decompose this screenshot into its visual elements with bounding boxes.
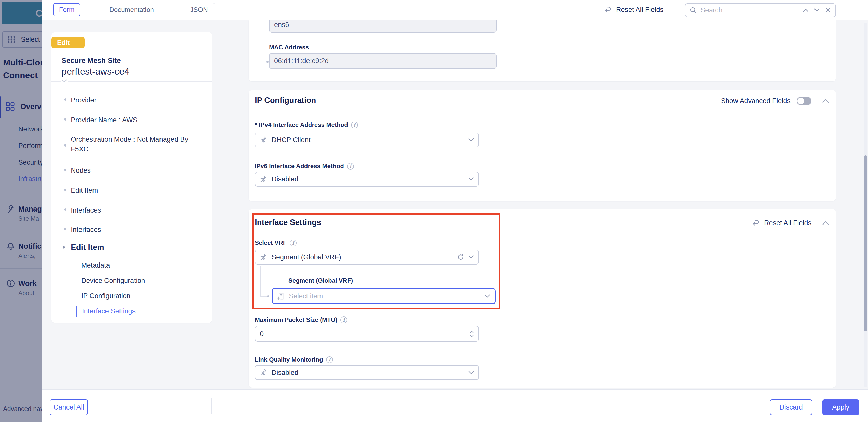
info-icon[interactable]: i: [351, 122, 358, 128]
undo-icon: [752, 219, 760, 227]
step-dot: [64, 98, 66, 101]
collapse-section-chevron-up-icon[interactable]: [822, 99, 829, 103]
interface-name-input[interactable]: ens6: [269, 20, 497, 33]
app-sidebar: C Select Multi-Cloud Connect: [0, 0, 42, 422]
discard-button[interactable]: Discard: [770, 399, 812, 415]
select-vrf-label: Select VRF i: [255, 239, 297, 246]
chevron-down-icon: [485, 294, 490, 298]
reset-all-fields-label: Reset All Fields: [764, 219, 811, 227]
list-add-icon: [277, 292, 285, 300]
search-next-button[interactable]: [813, 6, 820, 14]
link-quality-monitoring-label: Link Quality Monitoring i: [255, 356, 333, 363]
active-substep-indicator: [76, 306, 77, 317]
info-icon[interactable]: i: [326, 356, 333, 363]
info-icon[interactable]: i: [290, 240, 297, 246]
wizard-step-provider[interactable]: Provider: [71, 95, 203, 105]
oneof-branch-icon: [260, 175, 268, 183]
select-vrf-dropdown[interactable]: Segment (Global VRF): [255, 250, 479, 265]
tab-json[interactable]: JSON: [183, 3, 215, 16]
cancel-all-button[interactable]: Cancel All: [50, 399, 88, 415]
reset-all-fields-button[interactable]: Reset All Fields: [604, 6, 663, 14]
step-dot: [64, 228, 66, 230]
modal-backdrop: [0, 0, 42, 422]
ipv6-method-label: IPv6 Interface Address Method i: [255, 162, 354, 170]
wizard-step-orchestration-mode[interactable]: Orchestration Mode : Not Managed By F5XC: [71, 134, 203, 154]
chevron-down-icon: [468, 138, 474, 142]
segment-select[interactable]: Select item: [272, 288, 496, 304]
footer-divider: [211, 398, 212, 414]
mtu-input[interactable]: 0: [255, 326, 479, 342]
mac-address-input[interactable]: 06:d1:11:de:c9:2d: [269, 53, 497, 69]
interface-name-value: ens6: [274, 21, 491, 29]
info-icon[interactable]: i: [340, 316, 347, 323]
reset-all-fields-button[interactable]: Reset All Fields: [752, 219, 811, 227]
wizard-step-provider-name[interactable]: Provider Name : AWS: [71, 115, 203, 125]
interface-settings-card: Interface Settings Reset All Fields Sele…: [249, 209, 836, 388]
search-icon: [689, 6, 697, 14]
chevron-down-icon: [468, 255, 474, 259]
tab-documentation[interactable]: Documentation: [80, 3, 183, 16]
show-advanced-fields-toggle[interactable]: [797, 97, 811, 105]
select-vrf-value: Segment (Global VRF): [272, 253, 453, 261]
search-input[interactable]: [701, 6, 794, 14]
wizard-substep-ip-configuration[interactable]: IP Configuration: [81, 292, 204, 300]
ipv4-method-label: * IPv4 Interface Address Method i: [255, 121, 358, 128]
wizard-divider: [52, 81, 212, 82]
segment-select-placeholder: Select item: [289, 292, 480, 300]
wizard-step-edit-item[interactable]: Edit Item: [71, 185, 203, 195]
current-step-arrow-icon: [63, 245, 65, 249]
form-connector-dot: [267, 61, 269, 63]
refresh-icon[interactable]: [457, 253, 464, 261]
ip-configuration-title: IP Configuration: [255, 96, 316, 105]
mtu-value: 0: [260, 330, 465, 338]
tab-form[interactable]: Form: [53, 3, 80, 16]
step-dot: [64, 208, 66, 211]
undo-icon: [604, 6, 612, 14]
wizard-step-edit-item-current[interactable]: Edit Item: [71, 243, 203, 252]
scrollbar-track[interactable]: [864, 23, 867, 387]
ipv4-method-value: DHCP Client: [272, 136, 464, 144]
scrollbar-thumb[interactable]: [864, 155, 867, 331]
mtu-label: Maximum Packet Size (MTU) i: [255, 316, 347, 323]
search-bar: [685, 3, 836, 17]
interface-settings-title: Interface Settings: [255, 218, 321, 227]
step-dot: [64, 144, 66, 147]
view-tab-group: Form Documentation JSON: [53, 3, 215, 16]
link-quality-monitoring-value: Disabled: [272, 369, 464, 376]
form-connector-dot: [267, 295, 269, 297]
search-prev-button[interactable]: [802, 6, 809, 14]
ipv6-method-dropdown[interactable]: Disabled: [255, 172, 479, 186]
modal-footer: Cancel All Discard Apply: [42, 389, 868, 422]
link-quality-monitoring-dropdown[interactable]: Disabled: [255, 365, 479, 380]
reset-all-fields-label: Reset All Fields: [616, 6, 663, 14]
step-dot: [64, 169, 66, 171]
edit-mode-badge: Edit: [52, 37, 85, 49]
form-connector: [260, 266, 261, 296]
wizard-step-nodes[interactable]: Nodes: [71, 165, 203, 175]
wizard-step-interfaces[interactable]: Interfaces: [71, 205, 203, 215]
search-divider: [798, 6, 798, 14]
mac-address-value: 06:d1:11:de:c9:2d: [274, 57, 491, 65]
info-icon[interactable]: i: [347, 163, 354, 170]
wizard-nav-panel: Edit Secure Mesh Site perftest-aws-ce4 P…: [52, 32, 212, 323]
modal-topbar: Form Documentation JSON Reset All Fields: [42, 0, 868, 20]
search-clear-button[interactable]: [824, 6, 832, 14]
wizard-substep-metadata[interactable]: Metadata: [81, 262, 204, 269]
number-stepper[interactable]: [469, 331, 474, 337]
chevron-down-icon: [61, 79, 68, 83]
wizard-step-interfaces-2[interactable]: Interfaces: [71, 225, 203, 235]
segment-label: Segment (Global VRF): [288, 277, 353, 284]
ipv6-method-value: Disabled: [272, 175, 464, 183]
wizard-substep-interface-settings[interactable]: Interface Settings: [82, 307, 204, 315]
oneof-branch-icon: [260, 369, 268, 376]
ip-configuration-card: IP Configuration Show Advanced Fields * …: [249, 90, 836, 201]
ipv4-method-dropdown[interactable]: DHCP Client: [255, 132, 479, 147]
chevron-down-icon: [468, 371, 474, 374]
collapse-section-chevron-up-icon[interactable]: [822, 221, 829, 225]
oneof-branch-icon: [260, 136, 268, 144]
show-advanced-fields-label: Show Advanced Fields: [721, 97, 790, 105]
form-connector: [264, 20, 264, 62]
apply-button[interactable]: Apply: [823, 399, 859, 415]
wizard-substep-device-configuration[interactable]: Device Configuration: [81, 277, 204, 284]
form-connector: [260, 296, 268, 297]
